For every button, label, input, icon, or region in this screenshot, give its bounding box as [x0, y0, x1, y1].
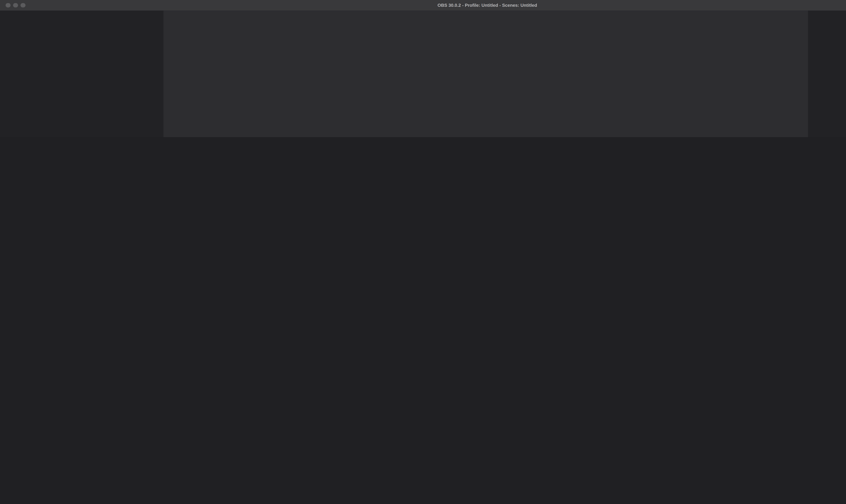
main-titlebar: OBS 30.0.2 - Profile: Untitled - Scenes:… — [0, 0, 846, 11]
preview-canvas[interactable] — [163, 11, 808, 137]
obs-app-window: OBS 30.0.2 - Profile: Untitled - Scenes:… — [0, 0, 846, 137]
window-title: OBS 30.0.2 - Profile: Untitled - Scenes:… — [0, 0, 846, 11]
